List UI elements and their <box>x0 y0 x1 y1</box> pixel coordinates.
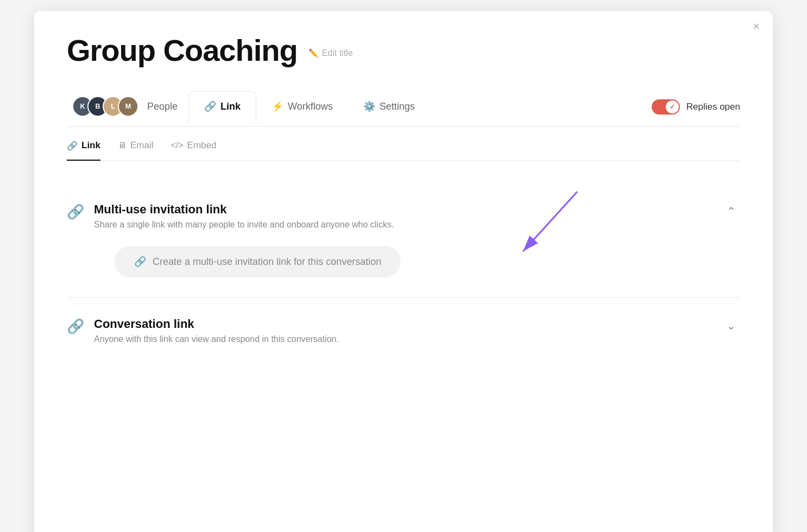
link-tab-label: Link <box>220 101 241 112</box>
conversation-desc: Anyone with this link can view and respo… <box>94 334 339 344</box>
edit-title-label: Edit title <box>322 48 353 58</box>
create-link-button[interactable]: 🔗 Create a multi-use invitation link for… <box>115 246 401 277</box>
multi-use-header: 🔗 Multi-use invitation link Share a sing… <box>67 202 740 230</box>
conversation-expand-button[interactable]: ⌄ <box>722 317 740 334</box>
multi-use-text: Multi-use invitation link Share a single… <box>94 202 394 230</box>
subtab-link[interactable]: 🔗 Link <box>67 140 100 161</box>
replies-label: Replies open <box>686 102 740 112</box>
subtab-embed[interactable]: </> Embed <box>171 140 216 161</box>
people-avatars: K B L M <box>72 96 138 117</box>
svg-text:L: L <box>111 103 115 110</box>
subtab-link-icon: 🔗 <box>67 141 78 151</box>
subtab-email[interactable]: 🖥 Email <box>118 140 154 161</box>
link-tab-icon: 🔗 <box>204 100 216 112</box>
subtab-link-label: Link <box>81 140 100 151</box>
conversation-link-section: 🔗 Conversation link Anyone with this lin… <box>67 297 740 371</box>
avatar: M <box>118 96 138 117</box>
toggle-knob <box>666 100 679 113</box>
multi-use-collapse-button[interactable]: ⌃ <box>722 202 740 220</box>
subtab-embed-label: Embed <box>187 140 217 151</box>
edit-title-button[interactable]: ✏️ Edit title <box>308 48 353 58</box>
conversation-text: Conversation link Anyone with this link … <box>94 317 339 344</box>
nav-tabs: K B L M People 🔗 Link ⚡ Workflows <box>67 87 740 127</box>
create-link-container: 🔗 Create a multi-use invitation link for… <box>91 246 740 277</box>
workflows-tab-icon: ⚡ <box>272 100 283 112</box>
conversation-icon: 🔗 <box>67 318 84 335</box>
subtab-embed-icon: </> <box>171 141 183 150</box>
sub-tabs: 🔗 Link 🖥 Email </> Embed <box>67 127 740 161</box>
edit-icon: ✏️ <box>308 48 319 58</box>
modal: × Group Coaching ✏️ Edit title K B L <box>34 11 773 532</box>
workflows-tab-label: Workflows <box>288 101 333 112</box>
settings-tab-icon: ⚙️ <box>363 100 375 112</box>
multi-use-icon: 🔗 <box>67 204 84 220</box>
close-button[interactable]: × <box>753 21 760 33</box>
subtab-email-icon: 🖥 <box>118 141 127 150</box>
tab-workflows[interactable]: ⚡ Workflows <box>256 92 348 122</box>
create-link-icon: 🔗 <box>134 256 146 268</box>
conversation-title: Conversation link <box>94 317 339 331</box>
multi-use-desc: Share a single link with many people to … <box>94 220 394 230</box>
multi-use-section: 🔗 Multi-use invitation link Share a sing… <box>67 183 740 297</box>
conversation-header: 🔗 Conversation link Anyone with this lin… <box>67 317 740 344</box>
settings-tab-label: Settings <box>380 101 415 112</box>
create-link-label: Create a multi-use invitation link for t… <box>153 256 381 268</box>
svg-text:M: M <box>125 103 131 110</box>
multi-use-title: Multi-use invitation link <box>94 202 394 217</box>
tab-people[interactable]: K B L M People <box>67 87 188 126</box>
replies-toggle: Replies open <box>652 99 740 115</box>
replies-toggle-switch[interactable] <box>652 99 680 115</box>
svg-text:B: B <box>95 103 100 110</box>
svg-text:K: K <box>80 103 85 110</box>
header: Group Coaching ✏️ Edit title <box>67 33 740 68</box>
people-tab-label: People <box>147 101 178 112</box>
page-title: Group Coaching <box>67 33 298 68</box>
tab-settings[interactable]: ⚙️ Settings <box>348 92 430 122</box>
subtab-email-label: Email <box>130 140 154 151</box>
tab-link[interactable]: 🔗 Link <box>188 91 256 123</box>
